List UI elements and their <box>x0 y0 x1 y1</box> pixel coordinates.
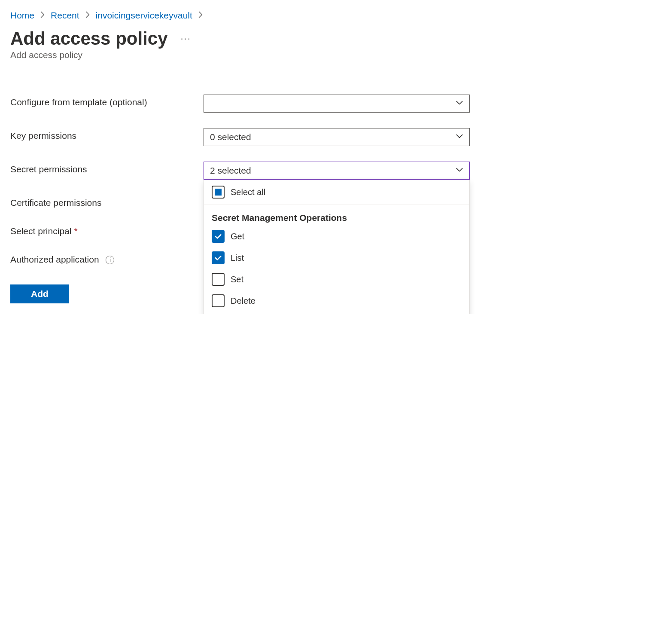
dropdown-option[interactable]: Set <box>204 269 469 290</box>
breadcrumb: Home Recent invoicingservicekeyvault <box>10 10 662 21</box>
chevron-down-icon <box>456 165 463 176</box>
more-icon[interactable]: ··· <box>181 33 191 44</box>
template-label: Configure from template (optional) <box>10 95 204 107</box>
secret-permissions-label: Secret permissions <box>10 162 204 174</box>
select-all-label: Select all <box>231 187 265 197</box>
required-indicator: * <box>74 226 77 236</box>
dropdown-option-label: Get <box>231 232 244 242</box>
breadcrumb-link-home[interactable]: Home <box>10 10 34 21</box>
dropdown-group-title: Secret Management Operations <box>204 205 469 226</box>
dropdown-option-label: Set <box>231 275 243 284</box>
add-button[interactable]: Add <box>10 284 69 303</box>
dropdown-option-label: Delete <box>231 296 255 306</box>
page-title: Add access policy <box>10 28 168 49</box>
dropdown-option[interactable]: Recover <box>204 312 469 314</box>
page-subtitle: Add access policy <box>10 50 662 60</box>
key-permissions-value: 0 selected <box>210 132 251 142</box>
chevron-right-icon <box>197 11 204 20</box>
authorized-application-label: Authorized application i <box>10 252 204 265</box>
dropdown-option-label: List <box>231 253 244 263</box>
select-all-option[interactable]: Select all <box>204 180 469 205</box>
checkbox-unchecked-icon <box>212 294 225 307</box>
checkbox-indeterminate-icon <box>212 186 225 199</box>
info-icon[interactable]: i <box>106 256 114 264</box>
dropdown-option[interactable]: Get <box>204 226 469 247</box>
secret-permissions-dropdown: Select all Secret Management OperationsG… <box>204 180 470 314</box>
dropdown-option[interactable]: Delete <box>204 290 469 312</box>
chevron-down-icon <box>456 132 463 142</box>
checkbox-unchecked-icon <box>212 273 225 286</box>
chevron-down-icon <box>456 98 463 109</box>
dropdown-option[interactable]: List <box>204 247 469 269</box>
chevron-right-icon <box>39 11 46 20</box>
select-principal-label: Select principal* <box>10 223 204 236</box>
breadcrumb-link-resource[interactable]: invoicingservicekeyvault <box>96 10 192 21</box>
checkbox-checked-icon <box>212 251 225 264</box>
secret-permissions-select[interactable]: 2 selected <box>204 162 470 180</box>
secret-permissions-value: 2 selected <box>210 165 251 176</box>
breadcrumb-link-recent[interactable]: Recent <box>51 10 79 21</box>
certificate-permissions-label: Certificate permissions <box>10 195 204 208</box>
key-permissions-label: Key permissions <box>10 128 204 141</box>
checkbox-checked-icon <box>212 230 225 243</box>
chevron-right-icon <box>84 11 91 20</box>
key-permissions-select[interactable]: 0 selected <box>204 128 470 146</box>
template-select[interactable] <box>204 95 470 113</box>
